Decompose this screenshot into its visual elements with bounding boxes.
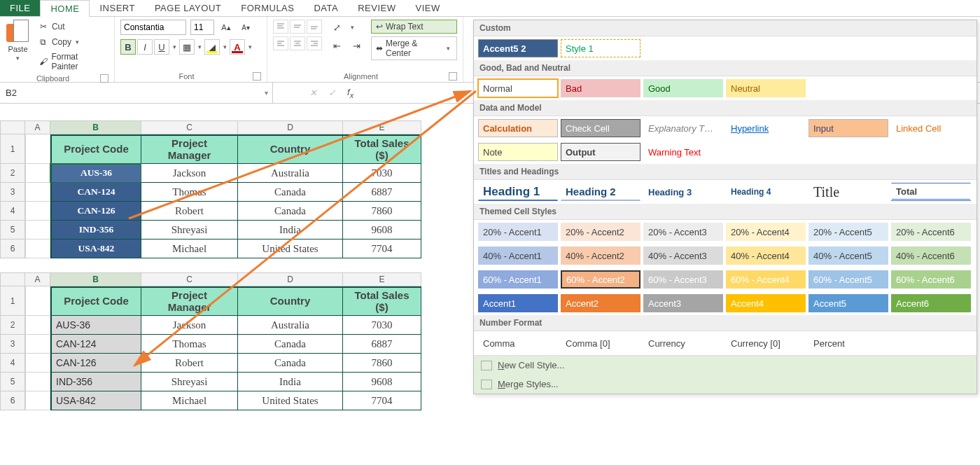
- col-header-E[interactable]: E: [343, 272, 421, 286]
- style-calculation[interactable]: Calculation: [478, 119, 558, 137]
- cell-A6[interactable]: [25, 391, 50, 410]
- underline-dropdown-icon[interactable]: ▾: [171, 43, 178, 50]
- cell-D6[interactable]: United States: [238, 391, 343, 410]
- cell-E2[interactable]: 7030: [343, 316, 421, 335]
- row-header-1[interactable]: 1: [0, 134, 25, 164]
- cell-C1[interactable]: ProjectManager: [141, 134, 238, 164]
- style-good[interactable]: Good: [643, 79, 723, 97]
- copy-dropdown-icon[interactable]: ▾: [74, 39, 81, 46]
- style-60-accent1[interactable]: 60% - Accent1: [478, 270, 558, 289]
- select-all-corner[interactable]: [0, 120, 25, 134]
- cell-B3[interactable]: CAN-124: [50, 335, 141, 354]
- font-name-input[interactable]: [120, 20, 186, 35]
- style-note[interactable]: Note: [478, 143, 558, 161]
- row-header-5[interactable]: 5: [0, 373, 25, 391]
- cell-D4[interactable]: Canada: [238, 354, 343, 373]
- name-box[interactable]: B2 ▾: [0, 83, 273, 103]
- style-style1[interactable]: Style 1: [561, 39, 640, 57]
- style-total[interactable]: Total: [891, 183, 971, 201]
- orientation-dropdown-icon[interactable]: ▾: [349, 24, 356, 31]
- cell-C3[interactable]: Thomas: [141, 335, 238, 354]
- cell-E4[interactable]: 7860: [343, 354, 421, 373]
- new-cell-style-button[interactable]: NNew Cell Style...ew Cell Style...: [474, 356, 976, 375]
- cell-C6[interactable]: Michael: [141, 391, 238, 410]
- style-accent6[interactable]: Accent6: [891, 294, 971, 312]
- style-60-accent2[interactable]: 60% - Accent2: [561, 270, 640, 289]
- cell-A1[interactable]: [25, 134, 50, 164]
- cell-A3[interactable]: [25, 335, 50, 354]
- cell-D4[interactable]: Canada: [238, 202, 343, 221]
- tab-insert[interactable]: INSERT: [90, 0, 144, 16]
- fill-color-dropdown-icon[interactable]: ▾: [221, 43, 228, 50]
- style-heading2[interactable]: Heading 2: [561, 183, 640, 201]
- style-heading4[interactable]: Heading 4: [726, 183, 806, 201]
- row-header-5[interactable]: 5: [0, 221, 25, 240]
- cell-B3[interactable]: CAN-124: [50, 183, 141, 202]
- col-header-B[interactable]: B: [50, 120, 141, 134]
- col-header-C[interactable]: C: [141, 272, 238, 286]
- style-normal[interactable]: Normal: [478, 79, 558, 97]
- style-accent4[interactable]: Accent4: [726, 294, 806, 312]
- cell-C4[interactable]: Robert: [141, 202, 238, 221]
- cell-D2[interactable]: Australia: [238, 164, 343, 183]
- style-accent5-2[interactable]: Accent5 2: [478, 39, 558, 57]
- cell-E4[interactable]: 7860: [343, 202, 421, 221]
- cell-A2[interactable]: [25, 164, 50, 183]
- font-dialog-launcher[interactable]: [253, 72, 261, 81]
- borders-button[interactable]: ▦: [179, 39, 195, 55]
- cell-A4[interactable]: [25, 202, 50, 221]
- style-comma[interactable]: Comma: [478, 334, 558, 352]
- cell-E1[interactable]: Total Sales($): [343, 286, 421, 316]
- clipboard-dialog-launcher[interactable]: [100, 74, 108, 83]
- cell-A1[interactable]: [25, 286, 50, 316]
- style-20-accent2[interactable]: 20% - Accent2: [561, 223, 640, 241]
- style-check-cell[interactable]: Check Cell: [561, 119, 640, 137]
- style-60-accent4[interactable]: 60% - Accent4: [726, 270, 806, 289]
- row-header-2[interactable]: 2: [0, 164, 25, 183]
- tab-data[interactable]: DATA: [304, 0, 348, 16]
- style-20-accent1[interactable]: 20% - Accent1: [478, 223, 558, 241]
- font-size-input[interactable]: [190, 20, 214, 35]
- style-40-accent2[interactable]: 40% - Accent2: [561, 247, 640, 265]
- style-40-accent1[interactable]: 40% - Accent1: [478, 247, 558, 265]
- style-comma0[interactable]: Comma [0]: [561, 334, 640, 352]
- cell-C4[interactable]: Robert: [141, 354, 238, 373]
- style-accent3[interactable]: Accent3: [643, 294, 723, 312]
- col-header-D[interactable]: D: [238, 120, 343, 134]
- cell-D5[interactable]: India: [238, 373, 343, 391]
- col-header-B[interactable]: B: [50, 272, 141, 286]
- cell-C5[interactable]: Shreyasi: [141, 221, 238, 240]
- col-header-A[interactable]: A: [25, 272, 50, 286]
- borders-dropdown-icon[interactable]: ▾: [196, 43, 203, 50]
- increase-font-button[interactable]: A▴: [218, 20, 234, 35]
- cell-B2[interactable]: AUS-36: [50, 164, 141, 183]
- cell-D1[interactable]: Country: [238, 286, 343, 316]
- orientation-button[interactable]: ⤢: [329, 20, 344, 35]
- style-warning-text[interactable]: Warning Text: [643, 143, 723, 161]
- style-bad[interactable]: Bad: [561, 79, 640, 97]
- cell-B4[interactable]: CAN-126: [50, 354, 141, 373]
- style-60-accent6[interactable]: 60% - Accent6: [891, 270, 971, 289]
- align-center-button[interactable]: [290, 36, 305, 50]
- cell-A3[interactable]: [25, 183, 50, 202]
- cell-D2[interactable]: Australia: [238, 316, 343, 335]
- cell-D5[interactable]: India: [238, 221, 343, 240]
- fill-color-button[interactable]: ◢: [204, 39, 220, 55]
- style-explanatory[interactable]: Explanatory T…: [643, 119, 723, 137]
- cell-B5[interactable]: IND-356: [50, 221, 141, 240]
- font-color-button[interactable]: A: [230, 39, 245, 55]
- cancel-formula-button[interactable]: ✕: [309, 88, 317, 98]
- cell-B1[interactable]: Project Code: [50, 134, 141, 164]
- cell-C5[interactable]: Shreyasi: [141, 373, 238, 391]
- cell-A5[interactable]: [25, 373, 50, 391]
- cell-D3[interactable]: Canada: [238, 183, 343, 202]
- cell-C2[interactable]: Jackson: [141, 164, 238, 183]
- cell-A2[interactable]: [25, 316, 50, 335]
- name-box-dropdown-icon[interactable]: ▾: [265, 89, 268, 97]
- cell-A5[interactable]: [25, 221, 50, 240]
- cell-D1[interactable]: Country: [238, 134, 343, 164]
- cell-A4[interactable]: [25, 354, 50, 373]
- alignment-dialog-launcher[interactable]: [449, 72, 457, 81]
- style-60-accent5[interactable]: 60% - Accent5: [808, 270, 888, 289]
- style-20-accent5[interactable]: 20% - Accent5: [808, 223, 888, 241]
